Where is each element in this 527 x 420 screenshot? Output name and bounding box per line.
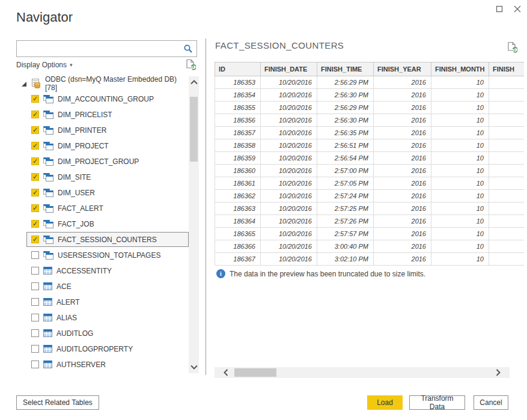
tree-item[interactable]: ✓ FACT_JOB bbox=[26, 216, 189, 231]
transform-data-button[interactable]: Transform Data bbox=[409, 395, 465, 410]
tree-item[interactable]: ✓ DIM_PRINTER bbox=[26, 123, 189, 138]
tree-item[interactable]: ✓ DIM_ACCOUNTING_GROUP bbox=[26, 91, 189, 106]
refresh-preview-button[interactable] bbox=[507, 41, 517, 56]
item-checkbox[interactable] bbox=[31, 298, 39, 306]
table-row[interactable]: 18636310/20/20162:57:25 PM 201610 bbox=[215, 202, 525, 215]
tree-item[interactable]: ✓ DIM_PROJECT bbox=[26, 138, 189, 153]
scroll-left-icon[interactable] bbox=[221, 367, 231, 378]
info-icon: i bbox=[216, 269, 225, 278]
tree-root-odbc[interactable]: ODBC (dsn=MyQ Master Embedded DB) [78] bbox=[16, 76, 189, 91]
item-checkbox[interactable]: ✓ bbox=[31, 173, 39, 181]
close-button[interactable] bbox=[510, 2, 525, 17]
table-row[interactable]: 18635810/20/20162:56:51 PM 201610 bbox=[215, 139, 525, 152]
item-checkbox[interactable]: ✓ bbox=[31, 126, 39, 134]
view-icon bbox=[43, 126, 53, 135]
view-icon bbox=[43, 204, 53, 213]
view-icon bbox=[43, 173, 53, 181]
item-checkbox[interactable] bbox=[31, 314, 39, 321]
tree-scrollbar-thumb[interactable] bbox=[190, 97, 198, 162]
table-row[interactable]: 18635910/20/20162:56:54 PM 201610 bbox=[215, 152, 525, 165]
tree-item-label: USERSESSION_TOTALPAGES bbox=[58, 251, 160, 260]
table-row[interactable]: 18636010/20/20162:57:00 PM 201610 bbox=[215, 165, 525, 177]
tree-item[interactable]: USERSESSION_TOTALPAGES bbox=[26, 248, 189, 263]
item-checkbox[interactable]: ✓ bbox=[31, 204, 39, 212]
column-header[interactable]: ID bbox=[215, 62, 261, 76]
table-row[interactable]: 18635710/20/20162:56:35 PM 201610 bbox=[215, 127, 525, 139]
table-row[interactable]: 18636410/20/20162:57:26 PM 201610 bbox=[215, 215, 525, 228]
tree-item[interactable]: ✓ DIM_PROJECT_GROUP bbox=[26, 154, 189, 169]
item-checkbox[interactable] bbox=[31, 361, 39, 368]
tree-item[interactable]: AUTHSERVER bbox=[26, 357, 189, 372]
table-icon bbox=[43, 314, 52, 321]
tree-item[interactable]: AUDITLOG bbox=[26, 326, 189, 341]
tree-item[interactable]: ACCESSENTITY bbox=[26, 263, 189, 278]
search-box bbox=[16, 40, 197, 57]
item-checkbox[interactable]: ✓ bbox=[31, 111, 39, 118]
item-checkbox[interactable]: ✓ bbox=[31, 189, 39, 196]
scroll-up-icon[interactable] bbox=[189, 78, 199, 87]
tree-item-label: AUDITLOGPROPERTY bbox=[56, 345, 133, 353]
refresh-sidebar-button[interactable] bbox=[185, 59, 196, 73]
table-tree: ODBC (dsn=MyQ Master Embedded DB) [78] ✓… bbox=[16, 76, 189, 373]
table-row[interactable]: 18635510/20/20162:56:29 PM 201610 bbox=[215, 102, 525, 114]
expander-icon[interactable] bbox=[22, 81, 28, 87]
item-checkbox[interactable]: ✓ bbox=[31, 220, 39, 228]
maximize-icon bbox=[496, 4, 503, 15]
search-input[interactable] bbox=[17, 42, 182, 55]
table-icon bbox=[43, 329, 52, 337]
tree-item-label: FACT_JOB bbox=[58, 220, 94, 228]
view-icon bbox=[43, 251, 53, 260]
item-checkbox[interactable] bbox=[31, 345, 39, 353]
table-row[interactable]: 18636110/20/20162:57:05 PM 201610 bbox=[215, 177, 525, 190]
tree-item[interactable]: CARD bbox=[26, 373, 189, 373]
column-header[interactable]: FINISH_TIME bbox=[317, 62, 374, 76]
table-row[interactable]: 18636610/20/20163:00:40 PM 201610 bbox=[215, 240, 525, 253]
preview-hscrollbar-thumb[interactable] bbox=[234, 368, 276, 377]
scroll-down-icon[interactable] bbox=[189, 362, 199, 372]
view-icon bbox=[43, 220, 53, 228]
tree-item[interactable]: ALIAS bbox=[26, 310, 189, 325]
tree-item-label: DIM_USER bbox=[58, 189, 95, 197]
maximize-button[interactable] bbox=[492, 2, 507, 17]
table-row[interactable]: 18635410/20/20162:56:30 PM 201610 bbox=[215, 89, 525, 102]
chevron-down-icon: ▾ bbox=[70, 62, 73, 68]
tree-item[interactable]: ✓ DIM_USER bbox=[26, 185, 189, 200]
load-button[interactable]: Load bbox=[367, 395, 403, 410]
tree-item[interactable]: AUDITLOGPROPERTY bbox=[26, 341, 189, 356]
column-header[interactable]: FINISH_YEAR bbox=[374, 62, 431, 76]
tree-scrollbar[interactable] bbox=[189, 76, 199, 373]
tree-item[interactable]: ✓ DIM_SITE bbox=[26, 169, 189, 184]
item-checkbox[interactable]: ✓ bbox=[31, 142, 39, 150]
table-row[interactable]: 18635610/20/20162:56:30 PM 201610 bbox=[215, 114, 525, 127]
item-checkbox[interactable] bbox=[31, 251, 39, 259]
display-options-dropdown[interactable]: Display Options ▾ bbox=[16, 61, 73, 69]
column-header[interactable]: FINISH_MONTH bbox=[431, 62, 489, 76]
tree-item-label: ALIAS bbox=[56, 314, 77, 322]
preview-hscrollbar[interactable] bbox=[215, 367, 510, 378]
tree-item[interactable]: ✓ FACT_ALERT bbox=[26, 201, 189, 216]
item-checkbox[interactable] bbox=[31, 267, 39, 275]
table-row[interactable]: 18636710/20/20163:02:10 PM 201610 bbox=[215, 253, 525, 266]
item-checkbox[interactable]: ✓ bbox=[31, 236, 39, 243]
column-header[interactable]: FINISH bbox=[489, 62, 525, 76]
tree-item[interactable]: ✓ DIM_PRICELIST bbox=[26, 107, 189, 122]
tree-item[interactable]: ✓ FACT_SESSION_COUNTERS bbox=[26, 232, 189, 247]
tree-item-label: DIM_PRICELIST bbox=[58, 111, 112, 119]
search-icon[interactable] bbox=[182, 44, 194, 53]
view-icon bbox=[43, 189, 53, 197]
scroll-right-icon[interactable] bbox=[493, 367, 504, 378]
cancel-button[interactable]: Cancel bbox=[474, 395, 508, 410]
tree-item[interactable]: ALERT bbox=[26, 294, 189, 309]
item-checkbox[interactable]: ✓ bbox=[31, 157, 39, 165]
table-row[interactable]: 18636210/20/20162:57:24 PM 201610 bbox=[215, 190, 525, 202]
item-checkbox[interactable] bbox=[31, 329, 39, 337]
table-row[interactable]: 18635310/20/20162:56:29 PM 201610 bbox=[215, 76, 525, 89]
item-checkbox[interactable] bbox=[31, 282, 39, 290]
item-checkbox[interactable]: ✓ bbox=[31, 95, 39, 103]
tree-item-label: DIM_PRINTER bbox=[58, 126, 106, 135]
preview-table: IDFINISH_DATEFINISH_TIMEFINISH_YEARFINIS… bbox=[215, 62, 524, 266]
select-related-tables-button[interactable]: Select Related Tables bbox=[16, 395, 99, 410]
tree-item[interactable]: ACE bbox=[26, 279, 189, 294]
table-row[interactable]: 18636510/20/20162:57:57 PM 201610 bbox=[215, 228, 525, 240]
column-header[interactable]: FINISH_DATE bbox=[261, 62, 317, 76]
